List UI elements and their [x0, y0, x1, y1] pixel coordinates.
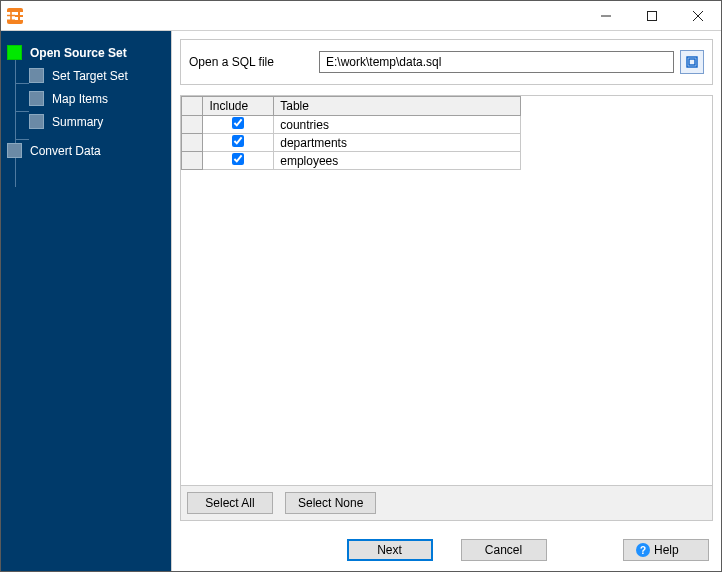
- maximize-button[interactable]: [629, 1, 675, 31]
- table-name-cell[interactable]: employees: [274, 152, 521, 170]
- step-node-icon: [29, 91, 44, 106]
- col-include[interactable]: Include: [203, 97, 274, 116]
- cancel-button[interactable]: Cancel: [461, 539, 547, 561]
- table-name-cell[interactable]: departments: [274, 134, 521, 152]
- wizard-footer: Next Cancel ? Help: [172, 529, 721, 571]
- step-label: Set Target Set: [52, 69, 128, 83]
- tables-grid: Include Table countriesdepartmentsemploy…: [180, 95, 713, 486]
- table-row[interactable]: countries: [182, 116, 521, 134]
- open-file-row: Open a SQL file: [180, 39, 713, 85]
- file-path-input[interactable]: [319, 51, 674, 73]
- include-cell[interactable]: [203, 152, 274, 170]
- table-row[interactable]: departments: [182, 134, 521, 152]
- include-checkbox[interactable]: [232, 135, 244, 147]
- browse-button[interactable]: [680, 50, 704, 74]
- selection-bar: Select All Select None: [180, 485, 713, 521]
- help-icon: ?: [636, 543, 650, 557]
- include-cell[interactable]: [203, 134, 274, 152]
- include-checkbox[interactable]: [232, 153, 244, 165]
- col-table[interactable]: Table: [274, 97, 521, 116]
- step-label: Open Source Set: [30, 46, 127, 60]
- step-node-icon: [29, 68, 44, 83]
- step-label: Summary: [52, 115, 103, 129]
- wizard-step-set-target-set[interactable]: Set Target Set: [7, 64, 165, 87]
- wizard-step-map-items[interactable]: Map Items: [7, 87, 165, 110]
- row-header[interactable]: [182, 134, 203, 152]
- wizard-step-convert-data[interactable]: Convert Data: [7, 139, 165, 162]
- minimize-button[interactable]: [583, 1, 629, 31]
- close-button[interactable]: [675, 1, 721, 31]
- app-icon: [7, 8, 23, 24]
- row-header[interactable]: [182, 116, 203, 134]
- help-label: Help: [654, 543, 679, 557]
- table-row[interactable]: employees: [182, 152, 521, 170]
- next-button[interactable]: Next: [347, 539, 433, 561]
- step-node-icon: [7, 143, 22, 158]
- wizard-sidebar: Open Source Set Set Target Set Map Items…: [1, 31, 171, 571]
- help-button[interactable]: ? Help: [623, 539, 709, 561]
- row-header[interactable]: [182, 152, 203, 170]
- step-node-icon: [29, 114, 44, 129]
- include-checkbox[interactable]: [232, 117, 244, 129]
- svg-rect-1: [648, 11, 657, 20]
- wizard-step-open-source-set[interactable]: Open Source Set: [7, 41, 165, 64]
- select-none-button[interactable]: Select None: [285, 492, 376, 514]
- table-name-cell[interactable]: countries: [274, 116, 521, 134]
- select-all-button[interactable]: Select All: [187, 492, 273, 514]
- wizard-step-summary[interactable]: Summary: [7, 110, 165, 133]
- include-cell[interactable]: [203, 116, 274, 134]
- step-label: Convert Data: [30, 144, 101, 158]
- titlebar: [1, 1, 721, 31]
- svg-rect-5: [689, 59, 695, 65]
- step-node-icon: [7, 45, 22, 60]
- open-file-label: Open a SQL file: [189, 55, 319, 69]
- step-label: Map Items: [52, 92, 108, 106]
- row-header-corner: [182, 97, 203, 116]
